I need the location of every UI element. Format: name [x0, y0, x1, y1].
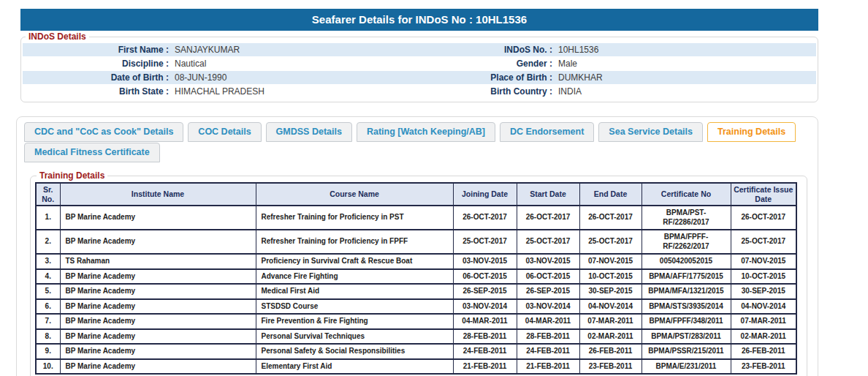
tab-cdc-and-coc-as-cook-details[interactable]: CDC and "CoC as Cook" Details — [24, 122, 183, 142]
table-row: 6.BP Marine AcademySTSDSD Course03-NOV-2… — [36, 299, 796, 315]
cell-start-date: 28-FEB-2011 — [517, 329, 579, 345]
cell-joining-date: 26-SEP-2015 — [453, 284, 517, 299]
indos-left-pair: Discipline :Nautical — [23, 59, 419, 69]
table-row: 7.BP Marine AcademyFire Prevention & Fir… — [36, 314, 796, 329]
indos-left-pair: Date of Birth :08-JUN-1990 — [23, 72, 419, 83]
cell-start-date: 03-NOV-2014 — [517, 299, 579, 315]
cell-sr-no: 9. — [36, 344, 60, 359]
cell-institute-name: BP Marine Academy — [60, 206, 256, 230]
cell-start-date: 06-OCT-2015 — [517, 269, 579, 285]
cell-course-name: Advance Fire Fighting — [256, 269, 453, 285]
field-label-discipline: Discipline : — [23, 59, 169, 69]
table-row: 4.BP Marine AcademyAdvance Fire Fighting… — [36, 269, 796, 285]
table-row: 3.TS RahamanProficiency in Survival Craf… — [36, 254, 796, 269]
indos-left-pair: First Name :SANJAYKUMAR — [23, 45, 419, 55]
table-row: 8.BP Marine AcademyPersonal Survival Tec… — [36, 329, 796, 345]
indos-details-legend: INDoS Details — [26, 31, 89, 42]
tab-training-details[interactable]: Training Details — [707, 122, 796, 142]
field-value-indos-no: 10HL1536 — [558, 45, 598, 55]
cell-sr-no: 8. — [36, 329, 60, 345]
cell-certificate-issue-date: 26-FEB-2011 — [731, 344, 796, 359]
cell-sr-no: 4. — [36, 269, 60, 285]
cell-joining-date: 21-FEB-2011 — [453, 359, 517, 375]
field-value-place-of-birth: DUMKHAR — [558, 72, 603, 83]
cell-end-date: 25-OCT-2017 — [579, 230, 642, 254]
cell-course-name: Elementary First Aid — [256, 359, 453, 375]
indos-rows: First Name :SANJAYKUMARINDoS No. :10HL15… — [23, 43, 816, 98]
cell-certificate-no: BPMA/E/231/2011 — [642, 359, 731, 375]
tab-sea-service-details[interactable]: Sea Service Details — [598, 122, 703, 142]
cell-certificate-no: BPMA/MFA/1321/2015 — [642, 284, 731, 299]
tab-coc-details[interactable]: COC Details — [188, 122, 261, 142]
cell-institute-name: BP Marine Academy — [60, 314, 256, 329]
tab-rating-watch-keeping-ab[interactable]: Rating [Watch Keeping/AB] — [357, 122, 495, 142]
cell-end-date: 07-MAR-2011 — [579, 314, 642, 329]
cell-end-date: 26-FEB-2011 — [579, 344, 642, 359]
field-value-date-of-birth: 08-JUN-1990 — [175, 72, 226, 83]
indos-detail-row: First Name :SANJAYKUMARINDoS No. :10HL15… — [23, 43, 816, 56]
cell-sr-no: 1. — [36, 206, 60, 230]
field-value-first-name: SANJAYKUMAR — [175, 45, 240, 55]
table-row: 9.BP Marine AcademyPersonal Safety & Soc… — [36, 344, 796, 359]
cell-start-date: 24-FEB-2011 — [517, 344, 579, 359]
cell-end-date: 04-NOV-2014 — [579, 299, 642, 315]
cell-start-date: 26-OCT-2017 — [517, 206, 579, 230]
field-label-birth-state: Birth State : — [23, 86, 169, 97]
tab-row-1: CDC and "CoC as Cook" DetailsCOC Details… — [21, 122, 813, 142]
cell-joining-date: 26-OCT-2017 — [453, 206, 517, 230]
cell-joining-date: 04-MAR-2011 — [453, 314, 517, 329]
indos-right-pair: Gender :Male — [419, 59, 816, 69]
column-header-course-name: Course Name — [256, 183, 453, 206]
cell-institute-name: TS Rahaman — [60, 254, 256, 269]
cell-end-date: 23-FEB-2011 — [579, 359, 642, 375]
cell-certificate-no: BPMA/STS/3935/2014 — [642, 299, 731, 315]
indos-right-pair: Place of Birth :DUMKHAR — [419, 72, 816, 83]
indos-left-pair: Birth State :HIMACHAL PRADESH — [23, 86, 419, 97]
cell-sr-no: 6. — [36, 299, 60, 315]
cell-certificate-no: BPMA/AFF/1775/2015 — [642, 269, 731, 285]
indos-detail-row: Birth State :HIMACHAL PRADESHBirth Count… — [23, 85, 816, 98]
cell-end-date: 26-OCT-2017 — [579, 206, 642, 230]
field-label-date-of-birth: Date of Birth : — [23, 72, 169, 83]
field-label-place-of-birth: Place of Birth : — [419, 72, 552, 83]
cell-end-date: 07-NOV-2015 — [579, 254, 642, 269]
field-label-indos-no: INDoS No. : — [419, 45, 552, 55]
cell-certificate-no: BPMA/PSSR/215/2011 — [642, 344, 731, 359]
cell-start-date: 26-SEP-2015 — [517, 284, 579, 299]
cell-sr-no: 2. — [36, 230, 60, 254]
field-value-gender: Male — [558, 59, 577, 69]
cell-certificate-no: BPMA/PST-RF/2286/2017 — [642, 206, 731, 230]
indos-right-pair: Birth Country :INDIA — [419, 86, 816, 97]
indos-right-pair: INDoS No. :10HL1536 — [419, 45, 816, 55]
field-value-birth-state: HIMACHAL PRADESH — [175, 86, 264, 97]
indos-detail-row: Date of Birth :08-JUN-1990Place of Birth… — [23, 71, 816, 84]
training-details-legend: Training Details — [37, 170, 107, 181]
tab-dc-endorsement[interactable]: DC Endorsement — [500, 122, 594, 142]
cell-certificate-issue-date: 07-NOV-2015 — [731, 254, 796, 269]
column-header-start-date: Start Date — [517, 183, 579, 206]
cell-certificate-issue-date: 10-OCT-2015 — [731, 269, 796, 285]
cell-institute-name: BP Marine Academy — [60, 299, 256, 315]
table-row: 1.BP Marine AcademyRefresher Training fo… — [36, 206, 796, 230]
cell-course-name: Personal Survival Techniques — [256, 329, 453, 345]
cell-certificate-issue-date: 25-OCT-2017 — [731, 230, 796, 254]
cell-institute-name: BP Marine Academy — [60, 329, 256, 345]
cell-end-date: 10-OCT-2015 — [579, 269, 642, 285]
cell-start-date: 25-OCT-2017 — [517, 230, 579, 254]
cell-course-name: Fire Prevention & Fire Fighting — [256, 314, 453, 329]
cell-joining-date: 03-NOV-2014 — [453, 299, 517, 315]
cell-start-date: 21-FEB-2011 — [517, 359, 579, 375]
tab-medical-fitness-certificate[interactable]: Medical Fitness Certificate — [24, 143, 160, 162]
tabs-and-content-container: CDC and "CoC as Cook" DetailsCOC Details… — [16, 116, 818, 376]
cell-joining-date: 06-OCT-2015 — [453, 269, 517, 285]
cell-certificate-no: 0050420052015 — [642, 254, 731, 269]
cell-sr-no: 5. — [36, 284, 60, 299]
cell-end-date: 30-SEP-2015 — [579, 284, 642, 299]
cell-joining-date: 25-OCT-2017 — [453, 230, 517, 254]
tab-row-2: Medical Fitness Certificate — [21, 143, 813, 162]
tab-gmdss-details[interactable]: GMDSS Details — [266, 122, 352, 142]
cell-sr-no: 3. — [36, 254, 60, 269]
column-header-certificate-no: Certificate No — [642, 183, 731, 206]
table-row: 10.BP Marine AcademyElementary First Aid… — [36, 359, 796, 375]
cell-joining-date: 24-FEB-2011 — [453, 344, 517, 359]
